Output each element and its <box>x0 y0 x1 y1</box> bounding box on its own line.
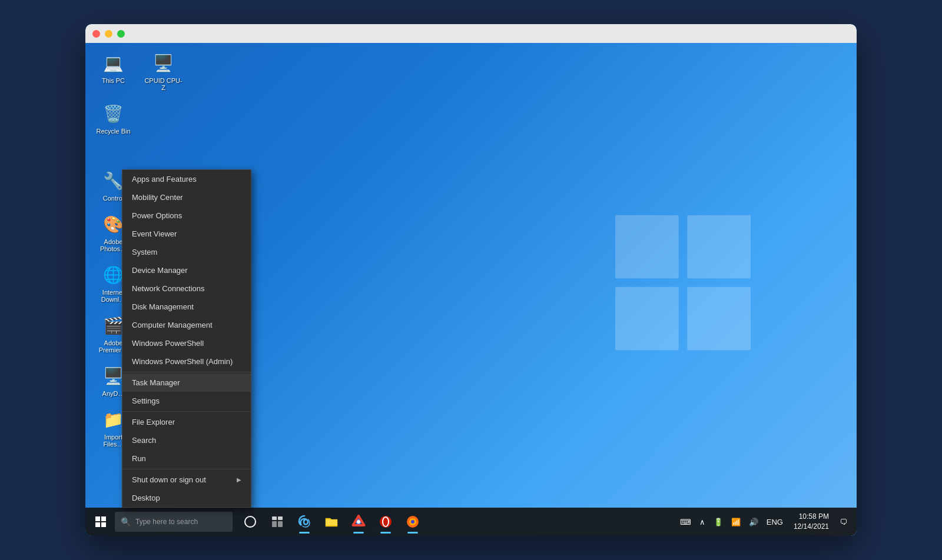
svg-rect-5 <box>272 516 277 520</box>
recycle-bin-label: Recycle Bin <box>96 128 130 135</box>
taskbar-search-box[interactable]: 🔍 Type here to search <box>115 512 233 532</box>
svg-rect-8 <box>278 521 283 527</box>
taskbar-app-file-explorer[interactable] <box>319 509 344 535</box>
menu-item-search[interactable]: Search <box>122 431 251 449</box>
taskbar-app-cortana[interactable] <box>237 509 263 535</box>
taskbar-app-edge[interactable] <box>291 509 317 535</box>
mac-titlebar <box>85 24 857 43</box>
svg-point-10 <box>357 520 360 524</box>
menu-item-windows-powershell[interactable]: Windows PowerShell <box>122 334 251 352</box>
desktop-icon-this-pc[interactable]: 💻 This PC <box>91 49 135 94</box>
cpuid-icon: 🖥️ <box>152 51 175 75</box>
menu-item-disk-management[interactable]: Disk Management <box>122 298 251 316</box>
close-button[interactable] <box>92 30 100 38</box>
mac-window: 💻 This PC 🖥️ CPUID CPU-Z 🗑️ Recycle Bin … <box>85 24 857 536</box>
desktop-icon-recycle-bin[interactable]: 🗑️ Recycle Bin <box>91 99 135 137</box>
svg-rect-3 <box>687 287 751 351</box>
start-button[interactable] <box>88 509 114 535</box>
cortana-icon <box>244 515 257 528</box>
menu-item-settings[interactable]: Settings <box>122 392 251 412</box>
tray-lang-indicator[interactable]: ENG <box>764 516 785 528</box>
taskbar-app-opera[interactable] <box>373 509 399 535</box>
svg-rect-7 <box>272 521 277 527</box>
search-placeholder: Type here to search <box>135 518 198 526</box>
menu-item-powershell-admin[interactable]: Windows PowerShell (Admin) <box>122 352 251 372</box>
anydesk-label: AnyD… <box>102 390 125 397</box>
svg-rect-2 <box>615 287 679 351</box>
svg-rect-1 <box>687 215 751 279</box>
svg-rect-6 <box>278 516 283 520</box>
svg-point-16 <box>411 520 414 524</box>
taskbar-apps <box>237 509 426 535</box>
task-view-icon <box>271 515 284 528</box>
menu-item-computer-management[interactable]: Computer Management <box>122 316 251 334</box>
search-icon: 🔍 <box>121 517 131 526</box>
menu-item-system[interactable]: System <box>122 243 251 261</box>
recycle-bin-icon: 🗑️ <box>102 102 125 125</box>
menu-item-apps-features[interactable]: Apps and Features <box>122 170 251 188</box>
menu-item-power-options[interactable]: Power Options <box>122 206 251 225</box>
this-pc-icon: 💻 <box>102 51 125 75</box>
this-pc-label: This PC <box>102 77 125 84</box>
windows-logo-decoration <box>615 215 751 351</box>
desktop-icon-cpuid[interactable]: 🖥️ CPUID CPU-Z <box>141 49 185 94</box>
firefox-icon <box>406 515 420 529</box>
chrome-icon <box>351 515 366 529</box>
control-label: Control <box>103 195 124 202</box>
clock-time: 10:58 PM <box>794 512 829 522</box>
svg-rect-0 <box>615 215 679 279</box>
menu-item-event-viewer[interactable]: Event Viewer <box>122 225 251 243</box>
menu-item-shut-down[interactable]: Shut down or sign out ▶ <box>122 471 251 489</box>
taskbar-app-chrome[interactable] <box>346 509 372 535</box>
submenu-arrow-icon: ▶ <box>237 476 241 483</box>
menu-item-desktop[interactable]: Desktop <box>122 489 251 507</box>
windows-logo-icon <box>95 516 106 527</box>
opera-icon <box>379 515 393 529</box>
taskbar: 🔍 Type here to search <box>85 508 857 536</box>
svg-point-4 <box>245 516 256 527</box>
desktop-icon-row-2: 🗑️ Recycle Bin <box>91 99 185 137</box>
desktop-icon-row-1: 💻 This PC 🖥️ CPUID CPU-Z <box>91 49 185 94</box>
cpuid-label: CPUID CPU-Z <box>144 77 183 91</box>
context-menu: Apps and Features Mobility Center Power … <box>122 169 251 508</box>
tray-chevron-icon[interactable]: ∧ <box>697 516 708 528</box>
tray-notification-icon[interactable]: 🗨 <box>837 516 850 528</box>
tray-volume-icon[interactable]: 🔊 <box>747 516 761 528</box>
taskbar-clock[interactable]: 10:58 PM 12/14/2021 <box>789 512 834 532</box>
menu-item-task-manager[interactable]: Task Manager <box>122 374 251 392</box>
import-files-label: ImportFiles… <box>103 434 123 448</box>
tray-battery-icon[interactable]: 🔋 <box>711 516 725 528</box>
menu-item-network-connections[interactable]: Network Connections <box>122 279 251 298</box>
minimize-button[interactable] <box>105 30 112 38</box>
file-explorer-icon <box>324 515 339 529</box>
menu-item-mobility-center[interactable]: Mobility Center <box>122 188 251 206</box>
edge-icon <box>297 515 311 529</box>
taskbar-app-task-view[interactable] <box>264 509 290 535</box>
taskbar-right: ⌨ ∧ 🔋 📶 🔊 ENG 10:58 PM 12/14/2021 🗨 <box>678 512 854 532</box>
tray-network-icon[interactable]: 📶 <box>729 516 743 528</box>
desktop: 💻 This PC 🖥️ CPUID CPU-Z 🗑️ Recycle Bin … <box>85 43 857 536</box>
menu-item-run[interactable]: Run <box>122 449 251 469</box>
menu-item-file-explorer[interactable]: File Explorer <box>122 413 251 431</box>
menu-item-device-manager[interactable]: Device Manager <box>122 261 251 279</box>
tray-keyboard-icon[interactable]: ⌨ <box>678 516 694 528</box>
clock-date: 12/14/2021 <box>794 522 829 532</box>
taskbar-app-firefox[interactable] <box>400 509 426 535</box>
maximize-button[interactable] <box>117 30 125 38</box>
